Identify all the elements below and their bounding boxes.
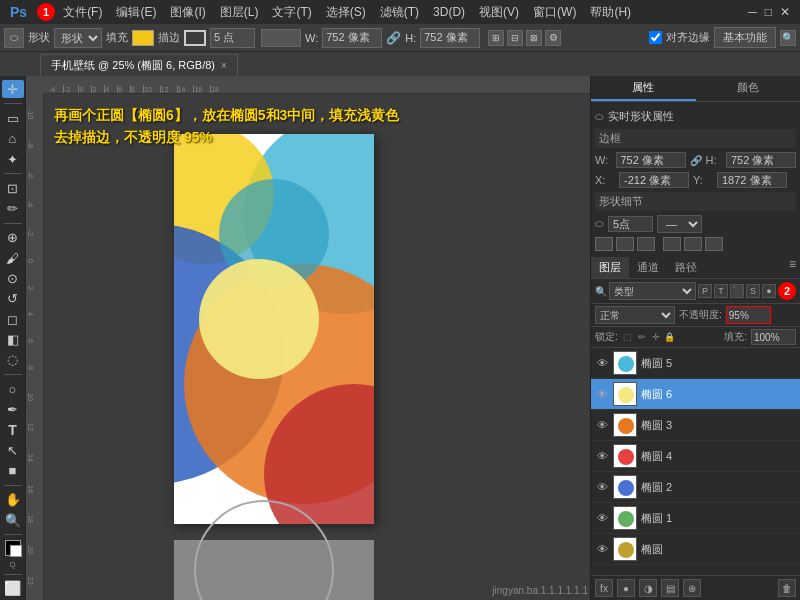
shape-tool[interactable]: ■: [2, 461, 24, 479]
lasso-tool[interactable]: ⌂: [2, 130, 24, 148]
corner-opt-3[interactable]: [705, 237, 723, 251]
menu-help[interactable]: 帮助(H): [584, 2, 637, 23]
marquee-tool[interactable]: ▭: [2, 109, 24, 127]
document-tab[interactable]: 手机壁纸 @ 25% (椭圆 6, RGB/8) ×: [40, 54, 238, 76]
maximize-btn[interactable]: □: [765, 5, 772, 19]
blend-mode-select[interactable]: 正常: [595, 306, 675, 324]
filter-type-select[interactable]: 类型: [609, 282, 696, 300]
stroke-color-swatch[interactable]: [184, 30, 206, 46]
layers-tab-channels[interactable]: 通道: [629, 257, 667, 278]
pen-tool[interactable]: ✒: [2, 400, 24, 418]
menu-select[interactable]: 选择(S): [320, 2, 372, 23]
menu-file[interactable]: 文件(F): [57, 2, 108, 23]
tab-properties[interactable]: 属性: [591, 76, 696, 101]
healing-tool[interactable]: ⊕: [2, 229, 24, 247]
quick-mask-btn[interactable]: Q: [9, 560, 15, 569]
path-arrange-icon[interactable]: ⊠: [526, 30, 542, 46]
layer-item-1[interactable]: 👁 椭圆 1: [591, 503, 800, 534]
menu-edit[interactable]: 编辑(E): [110, 2, 162, 23]
zoom-tool[interactable]: 🔍: [2, 511, 24, 529]
dodge-tool[interactable]: ○: [2, 380, 24, 398]
layer-item-6[interactable]: 👁 椭圆 6: [591, 379, 800, 410]
new-group-btn[interactable]: ▤: [661, 579, 679, 597]
gear-icon[interactable]: ⚙: [545, 30, 561, 46]
corner-style-1[interactable]: [595, 237, 613, 251]
opacity-input[interactable]: [726, 306, 771, 324]
smart-filter-btn[interactable]: S: [746, 284, 760, 298]
layer-visibility-0[interactable]: 👁: [595, 542, 609, 556]
add-mask-btn[interactable]: ●: [617, 579, 635, 597]
layers-tab-layers[interactable]: 图层: [591, 257, 629, 278]
delete-layer-btn[interactable]: 🗑: [778, 579, 796, 597]
shape-filter-btn[interactable]: ⬛: [730, 284, 744, 298]
color-filter-btn[interactable]: ●: [762, 284, 776, 298]
tool-preset-icon[interactable]: ⬭: [4, 28, 24, 48]
link-icon[interactable]: 🔗: [386, 31, 401, 45]
document-canvas[interactable]: [174, 134, 374, 524]
corner-opt-1[interactable]: [663, 237, 681, 251]
menu-filter[interactable]: 滤镜(T): [374, 2, 425, 23]
menu-3d[interactable]: 3D(D): [427, 3, 471, 21]
corner-style-2[interactable]: [616, 237, 634, 251]
layer-visibility-4[interactable]: 👁: [595, 449, 609, 463]
tab-color[interactable]: 颜色: [696, 76, 801, 101]
prop-w-input[interactable]: [616, 152, 686, 168]
layer-visibility-6[interactable]: 👁: [595, 387, 609, 401]
workspace-button[interactable]: 基本功能: [714, 27, 776, 48]
minimize-btn[interactable]: ─: [748, 5, 757, 19]
hand-tool[interactable]: ✋: [2, 491, 24, 509]
layer-visibility-5[interactable]: 👁: [595, 356, 609, 370]
eyedropper-tool[interactable]: ✏: [2, 199, 24, 217]
blur-tool[interactable]: ◌: [2, 351, 24, 369]
lock-position-btn[interactable]: ✛: [650, 331, 662, 343]
brush-tool[interactable]: 🖌: [2, 249, 24, 267]
menu-layer[interactable]: 图层(L): [214, 2, 265, 23]
w-input[interactable]: [322, 28, 382, 48]
type-tool[interactable]: T: [2, 421, 24, 439]
pixel-filter-btn[interactable]: P: [698, 284, 712, 298]
layers-panel-menu-btn[interactable]: ≡: [785, 257, 800, 278]
gradient-tool[interactable]: ◧: [2, 330, 24, 348]
align-edges-checkbox[interactable]: [649, 31, 662, 44]
path-select-tool[interactable]: ↖: [2, 441, 24, 459]
add-adjustment-btn[interactable]: ◑: [639, 579, 657, 597]
prop-link-icon[interactable]: 🔗: [690, 155, 702, 166]
path-align-icon[interactable]: ⊟: [507, 30, 523, 46]
background-color[interactable]: [10, 545, 22, 557]
foreground-color[interactable]: [5, 540, 21, 556]
layers-tab-paths[interactable]: 路径: [667, 257, 705, 278]
prop-y-input[interactable]: [717, 172, 787, 188]
text-filter-btn[interactable]: T: [714, 284, 728, 298]
fill-input[interactable]: [751, 329, 796, 345]
prop-pts-input[interactable]: [608, 216, 653, 232]
tab-close-btn[interactable]: ×: [221, 60, 227, 71]
layer-item-3[interactable]: 👁 椭圆 3: [591, 410, 800, 441]
prop-pts-select[interactable]: —: [657, 215, 702, 233]
fill-color-swatch[interactable]: [132, 30, 154, 46]
path-ops-icon[interactable]: ⊞: [488, 30, 504, 46]
screen-mode-btn[interactable]: ⬜: [4, 580, 21, 596]
shape-select[interactable]: 形状: [54, 28, 102, 48]
menu-view[interactable]: 视图(V): [473, 2, 525, 23]
h-input[interactable]: [420, 28, 480, 48]
layer-visibility-3[interactable]: 👁: [595, 418, 609, 432]
menu-text[interactable]: 文字(T): [266, 2, 317, 23]
prop-x-input[interactable]: [619, 172, 689, 188]
corner-style-3[interactable]: [637, 237, 655, 251]
stroke-width-input[interactable]: [210, 28, 255, 48]
layer-item-2[interactable]: 👁 椭圆 2: [591, 472, 800, 503]
corner-opt-2[interactable]: [684, 237, 702, 251]
clone-tool[interactable]: ⊙: [2, 269, 24, 287]
stroke-style-select[interactable]: [261, 29, 301, 47]
layer-item-5[interactable]: 👁 椭圆 5: [591, 348, 800, 379]
prop-h-input[interactable]: [726, 152, 796, 168]
add-style-btn[interactable]: fx: [595, 579, 613, 597]
layer-item-0[interactable]: 👁 椭圆: [591, 534, 800, 565]
eraser-tool[interactable]: ◻: [2, 310, 24, 328]
history-tool[interactable]: ↺: [2, 290, 24, 308]
layer-visibility-2[interactable]: 👁: [595, 480, 609, 494]
new-layer-btn[interactable]: ⊕: [683, 579, 701, 597]
lock-all-btn[interactable]: 🔒: [664, 331, 676, 343]
move-tool[interactable]: ✛: [2, 80, 24, 98]
crop-tool[interactable]: ⊡: [2, 179, 24, 197]
